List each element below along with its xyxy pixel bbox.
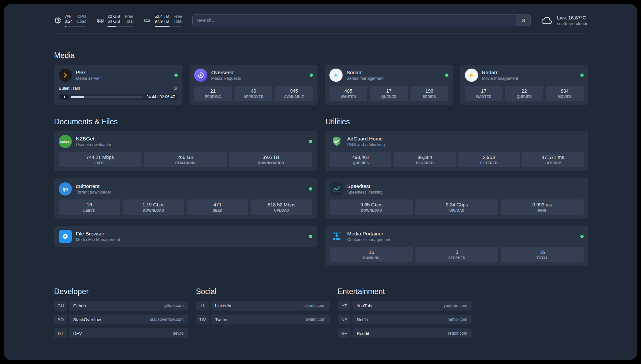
- disk-progress-bar: [155, 26, 182, 27]
- bookmark-url: twitter.com: [306, 317, 325, 322]
- stat-label: UPLOAD: [252, 208, 311, 212]
- stat-wanted: 485 WANTED: [329, 86, 367, 101]
- service-card-sonarr[interactable]: Sonarr Series management 485 WANTED 17 Q…: [325, 65, 453, 105]
- service-card-speedtest[interactable]: Speedtest Speedtest Tracking 9.65 Gbps D…: [325, 178, 588, 219]
- stat-label: REMAINING: [145, 161, 226, 165]
- bookmark-twitter[interactable]: TW Twitter twitter.com: [196, 315, 330, 324]
- service-card-adguard[interactable]: AdGuard Home DNS and adblocking 498,461 …: [325, 131, 588, 171]
- service-name: qBittorrent: [76, 183, 111, 189]
- stat-value: 17: [371, 88, 407, 94]
- bookmark-dev[interactable]: DT DEV dev.to: [54, 328, 188, 338]
- stat-label: WANTED: [466, 95, 502, 99]
- dashboard: 7% 3.24 CPU Load: [4, 4, 637, 360]
- memory-progress-bar: [107, 26, 134, 27]
- service-name: Media Portainer: [347, 230, 390, 237]
- service-name: Overseerr: [211, 69, 241, 76]
- service-name: AdGuard Home: [347, 136, 385, 142]
- service-description: Torrent downloader: [76, 190, 111, 195]
- bookmark-abbr: DT: [54, 328, 67, 338]
- stat-label: SEED: [188, 208, 247, 212]
- stat-remaining: 266 GB REMAINING: [144, 152, 227, 167]
- bookmark-github[interactable]: GH Github github.com: [54, 301, 188, 311]
- stat-label: QUEUED: [371, 95, 407, 99]
- bookmark-url: linkedin.com: [303, 303, 325, 308]
- bookmark-abbr: TW: [196, 315, 209, 324]
- service-card-portainer[interactable]: Media Portainer Container management 16 …: [325, 226, 588, 266]
- portainer-icon: [330, 230, 343, 243]
- status-dot-online: [580, 235, 584, 238]
- stat-label: DOWNLOAD: [124, 208, 183, 212]
- stat-label: DOWNLOADED: [231, 161, 311, 165]
- stat-label: SERIES: [412, 95, 447, 99]
- stat-value: 945: [276, 88, 312, 94]
- stat-label: LATENCY: [524, 161, 582, 165]
- service-card-nzbget[interactable]: nzbget NZBGet Usenet downloader 744.21 M…: [54, 131, 317, 171]
- stat-queued: 17 QUEUED: [370, 86, 408, 101]
- bookmark-name: Github: [73, 303, 86, 308]
- bookmark-linkedin[interactable]: LI LinkedIn linkedin.com: [196, 301, 330, 311]
- bookmark-name: YouTube: [357, 303, 374, 308]
- bookmark-name: DEV: [73, 331, 82, 336]
- memory-label-1: Free: [125, 14, 133, 19]
- stat-stopped: 0 STOPPED: [415, 247, 498, 262]
- stat-value: 834: [547, 88, 582, 94]
- service-card-plex[interactable]: Plex Media server Bullet Train ⚙ 24:44 /…: [54, 65, 182, 105]
- service-card-qbittorrent[interactable]: qb qBittorrent Torrent downloader 16 LEE…: [54, 178, 317, 219]
- stat-value: 1.19 Gbps: [124, 202, 183, 207]
- stat-label: MOVIES: [547, 95, 582, 99]
- service-card-filebrowser[interactable]: File Browser Media File Management: [54, 226, 317, 247]
- bookmark-name: LinkedIn: [215, 303, 231, 308]
- pause-button[interactable]: [60, 95, 68, 99]
- section-title-documents: Documents & Files: [54, 117, 317, 126]
- service-description: Speedtest Tracking: [347, 190, 382, 195]
- cpu-widget: 7% 3.24 CPU Load: [54, 14, 86, 27]
- stat-label: FILTERED: [460, 161, 518, 165]
- bookmark-url: github.com: [164, 303, 184, 308]
- weather-widget: Lviv, 16.87°C scattered clouds: [540, 15, 588, 26]
- disk-total: 97.9 TB: [155, 19, 169, 24]
- weather-location: Lviv, 16.87°C: [557, 15, 588, 20]
- stat-label: TOTAL: [502, 256, 582, 260]
- service-description: Series management: [347, 76, 383, 81]
- stat-filtered: 2,953 FILTERED: [458, 152, 520, 167]
- disk-label-1: Free: [173, 14, 182, 19]
- bookmark-youtube[interactable]: YT YouTube youtube.com: [338, 301, 472, 311]
- memory-icon: [96, 17, 104, 24]
- stat-value: 9.65 Gbps: [331, 202, 412, 207]
- disk-free: 52.4 TB: [155, 14, 169, 19]
- gear-icon[interactable]: ⚙: [173, 86, 177, 91]
- stat-value: 9.24 Gbps: [417, 202, 497, 207]
- stat-seed: 471 SEED: [187, 199, 248, 215]
- cpu-label-1: CPU: [77, 14, 86, 19]
- stat-value: 196: [412, 88, 447, 94]
- stat-value: 16: [60, 202, 119, 207]
- memory-widget: 22 GiB 64 GiB Free Total: [96, 14, 134, 27]
- stat-upload: 9.24 Gbps UPLOAD: [415, 199, 498, 215]
- filebrowser-icon: [59, 230, 72, 243]
- playback-progress-row: 24:44 / 02:06:47: [59, 94, 178, 100]
- service-card-overseerr[interactable]: Overseerr Media Requests 21 PENDING 40 A…: [190, 65, 318, 105]
- stat-label: QUERIES: [331, 161, 390, 165]
- memory-free: 22 GiB: [107, 14, 120, 19]
- stat-value: 47.571 ms: [524, 155, 582, 160]
- stat-movies: 834 MOVIES: [546, 86, 584, 101]
- stat-value: 744.21 Mbps: [60, 155, 140, 160]
- stat-queued: 22 QUEUED: [505, 86, 543, 101]
- bookmark-abbr: NF: [338, 315, 351, 324]
- now-playing-title: Bullet Train: [59, 86, 80, 91]
- service-card-radarr[interactable]: Radarr Movie management 17 WANTED 22 QUE…: [460, 65, 589, 105]
- playback-progress-bar[interactable]: [71, 96, 143, 98]
- search-input[interactable]: [193, 15, 516, 26]
- bookmark-stackoverflow[interactable]: SO StackOverflow stackoverflow.com: [54, 315, 188, 324]
- stat-series: 196 SERIES: [411, 86, 448, 101]
- bookmark-netflix[interactable]: NF Netflix netflix.com: [338, 315, 472, 324]
- search-provider-button[interactable]: G: [516, 15, 530, 26]
- memory-label-2: Total: [125, 19, 133, 24]
- stat-available: 945 AVAILABLE: [275, 86, 313, 101]
- adguard-icon: [330, 135, 343, 148]
- bookmark-reddit[interactable]: RE Reddit reddit.com: [338, 328, 472, 338]
- bookmark-abbr: LI: [196, 301, 209, 311]
- stat-label: PENDING: [196, 95, 231, 99]
- cpu-percent: 7%: [65, 14, 73, 19]
- stat-approved: 40 APPROVED: [234, 86, 272, 101]
